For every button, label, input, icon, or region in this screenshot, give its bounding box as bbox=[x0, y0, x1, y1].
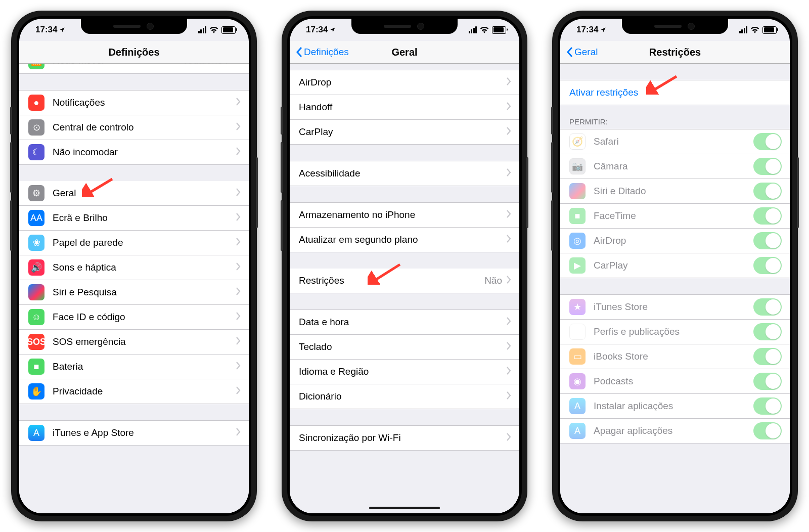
chevron-right-icon bbox=[236, 98, 241, 108]
row-label: iTunes Store bbox=[594, 301, 753, 313]
settings-row[interactable]: RestriçõesNão bbox=[290, 269, 519, 293]
settings-row[interactable]: AirDrop bbox=[290, 70, 519, 95]
row-icon: ■ bbox=[28, 359, 44, 375]
row-label: Safari bbox=[594, 136, 753, 147]
row-icon: AA bbox=[28, 210, 44, 226]
settings-row[interactable]: SOSSOS emergência bbox=[19, 330, 249, 354]
settings-row[interactable]: Idioma e Região bbox=[290, 360, 519, 384]
row-label: Apagar aplicações bbox=[594, 425, 753, 436]
settings-row[interactable]: ✋Privacidade bbox=[19, 379, 249, 404]
settings-row[interactable]: Siri e Pesquisa bbox=[19, 280, 249, 305]
settings-row[interactable]: Handoff bbox=[290, 95, 519, 120]
back-button[interactable]: Definições bbox=[296, 47, 349, 58]
toggle-switch[interactable] bbox=[753, 207, 782, 225]
chevron-right-icon bbox=[236, 262, 241, 273]
row-label: AirDrop bbox=[299, 77, 506, 88]
toggle-switch[interactable] bbox=[753, 373, 782, 390]
status-time: 17:34 bbox=[306, 25, 328, 35]
settings-row[interactable]: ■Bateria bbox=[19, 354, 249, 379]
chevron-right-icon bbox=[236, 287, 241, 297]
row-icon: ⚙ bbox=[28, 185, 44, 201]
phone-settings-root: 17:34 Definições 📶 Rede móvel vodafone P… bbox=[11, 11, 257, 521]
chevron-right-icon bbox=[506, 317, 511, 327]
cellular-icon: 📶 bbox=[28, 64, 44, 69]
toggle-switch[interactable] bbox=[753, 232, 782, 249]
chevron-right-icon bbox=[236, 386, 241, 396]
nav-bar: Definições Geral bbox=[290, 41, 519, 64]
row-label: CarPlay bbox=[299, 126, 506, 138]
notch bbox=[622, 19, 728, 34]
allow-group: ★iTunes Store♫Perfis e publicações▭iBook… bbox=[560, 294, 790, 444]
settings-row[interactable]: Sincronização por Wi-Fi bbox=[290, 425, 519, 451]
chevron-right-icon bbox=[236, 238, 241, 248]
row-label: Teclado bbox=[299, 341, 506, 352]
settings-row[interactable]: Data e hora bbox=[290, 309, 519, 335]
row-label: Podcasts bbox=[594, 376, 753, 387]
phone-general: 17:34 Definições Geral AirDropHandoffCar… bbox=[282, 11, 527, 521]
row-label: Face ID e código bbox=[53, 312, 236, 323]
toggle-switch[interactable] bbox=[753, 348, 782, 365]
chevron-right-icon bbox=[236, 362, 241, 372]
row-value: vodafone P bbox=[183, 64, 232, 67]
settings-group: AirDropHandoffCarPlay bbox=[290, 70, 519, 145]
settings-row[interactable]: AAEcrã e Brilho bbox=[19, 206, 249, 231]
settings-row[interactable]: ⊙Central de controlo bbox=[19, 115, 249, 140]
toggle-switch[interactable] bbox=[753, 422, 782, 439]
chevron-right-icon bbox=[506, 235, 511, 245]
row-icon: ⊙ bbox=[28, 119, 44, 136]
settings-group: AiTunes e App Store bbox=[19, 420, 249, 446]
row-label: Sons e háptica bbox=[53, 262, 236, 273]
row-label: FaceTime bbox=[594, 210, 753, 221]
toggle-switch[interactable] bbox=[753, 158, 782, 175]
settings-row[interactable]: ●Notificações bbox=[19, 90, 249, 115]
chevron-right-icon bbox=[506, 168, 511, 179]
row-label: Instalar aplicações bbox=[594, 401, 753, 412]
settings-row[interactable]: ❀Papel de parede bbox=[19, 231, 249, 255]
toggle-switch[interactable] bbox=[753, 183, 782, 200]
toggle-switch[interactable] bbox=[753, 133, 782, 150]
row-icon: ● bbox=[28, 95, 44, 111]
settings-row[interactable]: ☾Não incomodar bbox=[19, 140, 249, 165]
row-label: Atualizar em segundo plano bbox=[299, 234, 506, 245]
chevron-right-icon bbox=[236, 312, 241, 322]
status-time: 17:34 bbox=[576, 25, 598, 35]
settings-row[interactable]: Dicionário bbox=[290, 384, 519, 409]
settings-row[interactable]: 🔊Sons e háptica bbox=[19, 255, 249, 280]
enable-restrictions-button[interactable]: Ativar restrições bbox=[560, 80, 790, 105]
toggle-row: 📷Câmara bbox=[560, 154, 790, 179]
settings-row[interactable]: Acessibilidade bbox=[290, 161, 519, 186]
row-icon: A bbox=[569, 398, 586, 414]
restrictions-list[interactable]: Ativar restrições PERMITIR: 🧭Safari📷Câma… bbox=[560, 64, 790, 513]
nav-title: Definições bbox=[19, 47, 249, 58]
signal-icon bbox=[739, 26, 748, 33]
row-icon bbox=[569, 183, 586, 199]
settings-group: ●Notificações⊙Central de controlo☾Não in… bbox=[19, 90, 249, 165]
battery-icon bbox=[762, 26, 777, 34]
settings-row[interactable]: Armazenamento no iPhone bbox=[290, 202, 519, 228]
toggle-switch[interactable] bbox=[753, 257, 782, 274]
row-label: Não incomodar bbox=[53, 147, 236, 158]
toggle-switch[interactable] bbox=[753, 323, 782, 340]
wifi-icon bbox=[480, 26, 489, 33]
settings-row[interactable]: CarPlay bbox=[290, 120, 519, 145]
row-value: Não bbox=[484, 275, 502, 286]
toggle-switch[interactable] bbox=[753, 397, 782, 415]
settings-row[interactable]: AiTunes e App Store bbox=[19, 420, 249, 446]
row-icon: SOS bbox=[28, 334, 44, 350]
general-list[interactable]: AirDropHandoffCarPlay Acessibilidade Arm… bbox=[290, 64, 519, 513]
row-label: Sincronização por Wi-Fi bbox=[299, 432, 506, 444]
settings-group: Data e horaTecladoIdioma e RegiãoDicioná… bbox=[290, 309, 519, 409]
row-icon: ☾ bbox=[28, 144, 44, 160]
row-icon: ★ bbox=[569, 299, 586, 315]
toggle-switch[interactable] bbox=[753, 298, 782, 316]
settings-list[interactable]: 📶 Rede móvel vodafone P ●Notificações⊙Ce… bbox=[19, 64, 249, 513]
chevron-right-icon bbox=[236, 147, 241, 157]
settings-row[interactable]: Atualizar em segundo plano bbox=[290, 228, 519, 252]
back-button[interactable]: Geral bbox=[566, 47, 598, 58]
settings-row[interactable]: ⚙Geral bbox=[19, 181, 249, 206]
wifi-icon bbox=[209, 26, 218, 33]
settings-row[interactable]: ☺Face ID e código bbox=[19, 305, 249, 330]
home-indicator[interactable] bbox=[369, 507, 440, 509]
settings-row[interactable]: Teclado bbox=[290, 335, 519, 360]
row-icon: 📷 bbox=[569, 158, 586, 174]
